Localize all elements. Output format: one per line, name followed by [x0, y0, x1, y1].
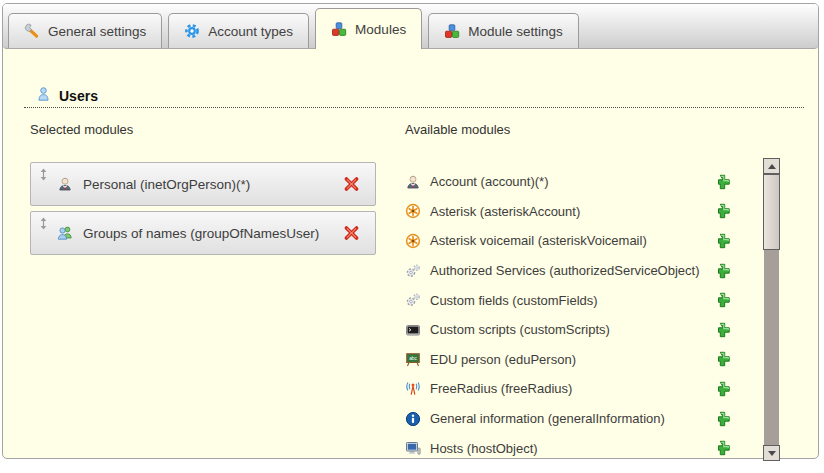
- add-module-button[interactable]: [714, 173, 731, 190]
- selected-module-row[interactable]: Groups of names (groupOfNamesUser): [30, 211, 376, 255]
- available-module-row: Account (account)(*): [405, 167, 753, 197]
- scrollbar-down-button[interactable]: [763, 445, 780, 461]
- add-module-button[interactable]: [714, 232, 731, 249]
- available-module-row: Hosts (hostObject): [405, 433, 753, 463]
- available-module-row: Authorized Services (authorizedServiceOb…: [405, 256, 753, 286]
- available-module-row: Custom fields (customFields): [405, 285, 753, 315]
- add-module-button[interactable]: [714, 410, 731, 427]
- asterisk-icon: [405, 233, 421, 249]
- add-module-button[interactable]: [714, 440, 731, 457]
- info-icon: [405, 411, 421, 427]
- asterisk-icon: [405, 203, 421, 219]
- add-module-button[interactable]: [714, 262, 731, 279]
- add-module-button[interactable]: [714, 380, 731, 397]
- module-label: Asterisk voicemail (asteriskVoicemail): [430, 233, 647, 248]
- module-label: FreeRadius (freeRadius): [430, 381, 572, 396]
- module-label: Asterisk (asteriskAccount): [430, 204, 580, 219]
- selected-modules-label: Selected modules: [30, 122, 133, 137]
- module-label: Personal (inetOrgPerson)(*): [83, 177, 250, 192]
- module-label: EDU person (eduPerson): [430, 352, 576, 367]
- available-module-row: abc EDU person (eduPerson): [405, 345, 753, 375]
- module-label: Custom scripts (customScripts): [430, 322, 610, 337]
- module-label: Custom fields (customFields): [430, 293, 598, 308]
- available-module-row: FreeRadius (freeRadius): [405, 374, 753, 404]
- svg-text:abc: abc: [409, 356, 417, 361]
- selected-modules-list: Personal (inetOrgPerson)(*) Groups of na…: [30, 162, 376, 260]
- remove-module-button[interactable]: [343, 176, 360, 193]
- tab-list: General settings Account types Modules M…: [8, 8, 579, 48]
- wrench-icon: [24, 23, 40, 39]
- module-label: Account (account)(*): [430, 174, 549, 189]
- antenna-icon: [405, 381, 421, 397]
- available-modules-label: Available modules: [405, 122, 510, 137]
- tab-account-types[interactable]: Account types: [168, 13, 309, 48]
- available-module-row: Asterisk (asteriskAccount): [405, 197, 753, 227]
- tab-general-settings[interactable]: General settings: [8, 13, 162, 48]
- available-modules-scrollbar[interactable]: [763, 158, 780, 461]
- module-label: Groups of names (groupOfNamesUser): [83, 226, 319, 241]
- available-module-row: Asterisk voicemail (asteriskVoicemail): [405, 226, 753, 256]
- tab-label: Account types: [208, 24, 293, 39]
- section-title: Users: [59, 88, 98, 104]
- remove-module-button[interactable]: [343, 225, 360, 242]
- tab-label: General settings: [48, 24, 146, 39]
- drag-handle-icon[interactable]: [39, 168, 48, 181]
- module-label: Authorized Services (authorizedServiceOb…: [430, 263, 700, 278]
- available-module-row: General information (generalInformation): [405, 404, 753, 434]
- add-module-button[interactable]: [714, 321, 731, 338]
- person-suit-icon: [57, 176, 73, 192]
- module-label: General information (generalInformation): [430, 411, 665, 426]
- tab-label: Module settings: [468, 24, 563, 39]
- host-icon: [405, 440, 421, 456]
- available-module-row: Custom scripts (customScripts): [405, 315, 753, 345]
- add-module-button[interactable]: [714, 203, 731, 220]
- gears-icon: [405, 292, 421, 308]
- tab-bar: General settings Account types Modules M…: [3, 4, 818, 49]
- up-arrow-icon: [768, 164, 776, 169]
- section-heading-users: Users: [36, 86, 98, 105]
- available-modules-list: Account (account)(*) Asterisk (asteriskA…: [405, 167, 753, 463]
- tab-module-settings[interactable]: Module settings: [428, 13, 579, 48]
- modules-icon: [444, 23, 460, 39]
- tab-modules[interactable]: Modules: [315, 8, 422, 49]
- module-label: Hosts (hostObject): [430, 441, 538, 456]
- user-icon: [36, 86, 51, 105]
- tab-label: Modules: [355, 22, 406, 37]
- chalkboard-icon: abc: [405, 351, 421, 367]
- selected-module-row[interactable]: Personal (inetOrgPerson)(*): [30, 162, 376, 206]
- gear-icon: [184, 23, 200, 39]
- gears-icon: [405, 263, 421, 279]
- add-module-button[interactable]: [714, 292, 731, 309]
- group-icon: [57, 225, 73, 241]
- scrollbar-up-button[interactable]: [763, 158, 780, 174]
- down-arrow-icon: [768, 451, 776, 456]
- terminal-icon: [405, 322, 421, 338]
- add-module-button[interactable]: [714, 351, 731, 368]
- modules-icon: [331, 21, 347, 37]
- drag-handle-icon[interactable]: [39, 217, 48, 230]
- scrollbar-thumb[interactable]: [763, 174, 780, 250]
- settings-panel: General settings Account types Modules M…: [2, 3, 819, 459]
- person-suit-icon: [405, 174, 421, 190]
- section-divider: [24, 107, 804, 108]
